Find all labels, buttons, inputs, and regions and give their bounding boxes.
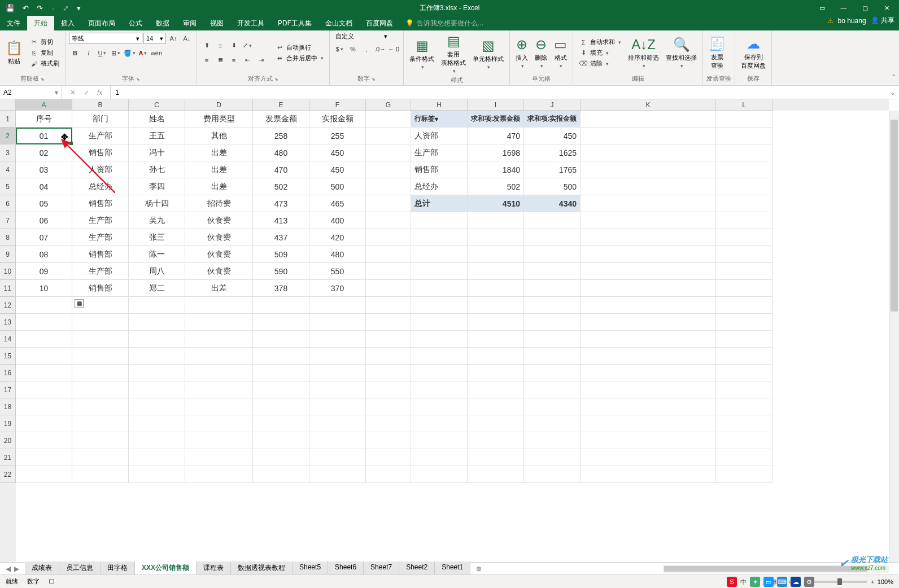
row-header-7[interactable]: 7 — [0, 212, 16, 229]
cell[interactable] — [253, 398, 309, 415]
cell[interactable] — [253, 314, 309, 331]
cell[interactable] — [129, 314, 185, 331]
cell[interactable]: 杨十四 — [129, 195, 185, 212]
cell[interactable]: 人资部 — [72, 161, 129, 178]
cell[interactable] — [411, 449, 468, 466]
cell[interactable]: 总经办 — [72, 178, 129, 195]
cell[interactable] — [716, 398, 773, 415]
cell[interactable] — [185, 297, 253, 314]
cond-format-button[interactable]: ▦条件格式 — [407, 37, 437, 71]
cell[interactable] — [129, 297, 185, 314]
cell[interactable] — [309, 415, 366, 432]
cell[interactable] — [716, 432, 773, 449]
cell[interactable] — [366, 161, 411, 178]
cell[interactable] — [366, 212, 411, 229]
phonetic-icon[interactable]: wén — [150, 47, 163, 59]
sheet-tab[interactable]: Sheet5 — [293, 561, 328, 576]
h-scrollbar-thumb[interactable] — [664, 566, 867, 572]
cell[interactable] — [716, 178, 773, 195]
cell[interactable]: 出差 — [185, 280, 253, 297]
cell[interactable] — [581, 297, 716, 314]
number-format-combo[interactable]: 自定义▾ — [333, 32, 390, 41]
cell[interactable] — [185, 466, 253, 483]
bold-icon[interactable]: B — [69, 47, 81, 59]
formula-input[interactable]: 1 — [111, 89, 887, 96]
cell[interactable]: 生产部 — [411, 144, 468, 161]
cell[interactable] — [253, 331, 309, 348]
paste-button[interactable]: 📋 粘贴 — [3, 39, 25, 67]
align-middle-icon[interactable]: ≡ — [214, 40, 226, 52]
cell[interactable] — [468, 280, 524, 297]
cell[interactable] — [185, 449, 253, 466]
cell[interactable] — [309, 398, 366, 415]
format-cells-button[interactable]: ▭格式 — [552, 36, 569, 70]
cell[interactable]: 465 — [309, 195, 366, 212]
menu-tab-2[interactable]: 插入 — [54, 16, 81, 30]
row-header-1[interactable]: 1 — [0, 111, 16, 128]
align-center-icon[interactable]: ≣ — [214, 54, 226, 67]
align-top-icon[interactable]: ⬆ — [200, 40, 213, 52]
col-header-J[interactable]: J — [524, 99, 581, 111]
cell[interactable]: 550 — [309, 263, 366, 280]
cell[interactable] — [716, 415, 773, 432]
cell[interactable] — [524, 246, 581, 263]
cell[interactable] — [524, 432, 581, 449]
cell[interactable]: 求和项:发票金额 — [468, 111, 524, 128]
cell[interactable] — [309, 331, 366, 348]
cell[interactable] — [253, 466, 309, 483]
cell[interactable]: 伙食费 — [185, 263, 253, 280]
cell[interactable] — [16, 432, 72, 449]
row-header-12[interactable]: 12 — [0, 297, 16, 314]
cell[interactable]: 450 — [524, 128, 581, 144]
cell[interactable] — [366, 229, 411, 246]
cell[interactable]: 生产部 — [72, 229, 129, 246]
merge-center-button[interactable]: ⬌合并后居中 — [273, 54, 326, 63]
cell[interactable] — [185, 348, 253, 365]
grow-font-icon[interactable]: A↑ — [167, 32, 180, 45]
tray-sogou-icon[interactable]: S — [727, 577, 737, 587]
clear-button[interactable]: ⌫清除 — [577, 59, 623, 68]
cell[interactable]: 09 — [16, 263, 72, 280]
qa-custom-icon[interactable]: ▾ — [77, 4, 81, 12]
cell[interactable] — [468, 314, 524, 331]
cell[interactable] — [366, 263, 411, 280]
cell[interactable] — [524, 280, 581, 297]
cell[interactable] — [366, 246, 411, 263]
cell[interactable] — [16, 415, 72, 432]
cell[interactable] — [72, 449, 129, 466]
tray-lang[interactable]: 中 — [740, 578, 747, 586]
cell[interactable] — [468, 449, 524, 466]
cell[interactable]: 周八 — [129, 263, 185, 280]
cell[interactable] — [716, 331, 773, 348]
cell[interactable] — [411, 432, 468, 449]
font-size-combo[interactable]: 14▾ — [143, 33, 166, 44]
cell[interactable]: 258 — [253, 128, 309, 144]
cell[interactable] — [524, 229, 581, 246]
cell[interactable] — [72, 381, 129, 398]
cell[interactable]: 04 — [16, 178, 72, 195]
cell[interactable]: 500 — [309, 178, 366, 195]
cell[interactable] — [366, 314, 411, 331]
cell[interactable]: 其他 — [185, 128, 253, 144]
menu-tab-9[interactable]: PDF工具集 — [271, 16, 318, 30]
fill-button[interactable]: ⬇填充 — [577, 48, 623, 58]
cell[interactable] — [366, 415, 411, 432]
touch-icon[interactable]: ⤢ — [63, 4, 69, 12]
cell[interactable]: 出差 — [185, 161, 253, 178]
redo-icon[interactable]: ↷ — [37, 4, 43, 12]
cell[interactable] — [411, 415, 468, 432]
cell[interactable] — [366, 432, 411, 449]
cell[interactable]: 招待费 — [185, 195, 253, 212]
menu-tab-0[interactable]: 文件 — [0, 16, 27, 30]
cell[interactable] — [581, 381, 716, 398]
cell[interactable] — [366, 466, 411, 483]
cell[interactable] — [411, 280, 468, 297]
cell[interactable] — [581, 432, 716, 449]
cell[interactable] — [468, 432, 524, 449]
cell[interactable] — [253, 297, 309, 314]
cell[interactable] — [253, 415, 309, 432]
row-header-10[interactable]: 10 — [0, 263, 16, 280]
menu-tab-6[interactable]: 审阅 — [176, 16, 203, 30]
maximize-icon[interactable]: ▢ — [857, 5, 873, 12]
cell[interactable] — [524, 415, 581, 432]
